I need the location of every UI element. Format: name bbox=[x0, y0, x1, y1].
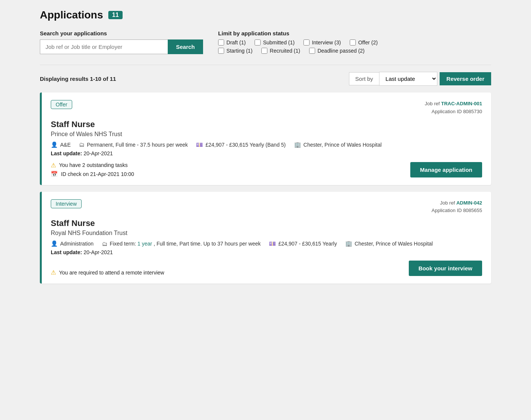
card-notices-0: ⚠You have 2 outstanding tasks📅ID check o… bbox=[51, 162, 134, 177]
search-section-label: Search your applications bbox=[40, 30, 203, 36]
meta-contract-1: 🗂Fixed term: 1 year , Full time, Part ti… bbox=[102, 241, 261, 247]
card-top-0: OfferJob ref TRAC-ADMIN-001Application I… bbox=[51, 100, 482, 116]
job-ref-1: Job ref ADMIN-042Application ID 8085655 bbox=[432, 199, 482, 215]
warning-icon: ⚠ bbox=[51, 162, 56, 169]
card-bottom-1: ⚠You are required to attend a remote int… bbox=[51, 261, 482, 276]
contract-text-1: Fixed term: 1 year , Full time, Part tim… bbox=[110, 241, 261, 247]
filter-item-label-deadline_passed: Deadline passed (2) bbox=[317, 48, 364, 54]
filter-item-label-offer: Offer (2) bbox=[358, 39, 378, 45]
salary-text-1: £24,907 - £30,615 Yearly bbox=[278, 241, 337, 247]
card-top-1: InterviewJob ref ADMIN-042Application ID… bbox=[51, 199, 482, 215]
job-title-0: Staff Nurse bbox=[51, 120, 482, 129]
filter-item-label-draft: Draft (1) bbox=[226, 39, 246, 45]
job-title-1: Staff Nurse bbox=[51, 218, 482, 228]
sort-select[interactable]: Last updateJob titleEmployerDate applied bbox=[379, 72, 437, 86]
salary-text-0: £24,907 - £30,615 Yearly (Band 5) bbox=[205, 142, 285, 148]
job-ref-link-0[interactable]: TRAC-ADMIN-001 bbox=[441, 101, 482, 106]
last-update-value-0: 20-Apr-2021 bbox=[83, 150, 113, 156]
filter-item-draft[interactable]: Draft (1) bbox=[218, 39, 246, 45]
notice-item-1-0: ⚠You are required to attend a remote int… bbox=[51, 269, 164, 276]
notice-item-0-1: 📅ID check on 21-Apr-2021 10:00 bbox=[51, 171, 134, 177]
meta-salary-0: 💷£24,907 - £30,615 Yearly (Band 5) bbox=[196, 141, 285, 148]
filter-row-1: Draft (1)Submitted (1)Interview (3)Offer… bbox=[218, 39, 491, 45]
filter-section: Limit by application status Draft (1)Sub… bbox=[218, 30, 491, 54]
contract-text-0: Permanent, Full time - 37.5 hours per we… bbox=[87, 142, 188, 148]
filter-item-deadline_passed[interactable]: Deadline passed (2) bbox=[309, 48, 364, 54]
filter-rows: Draft (1)Submitted (1)Interview (3)Offer… bbox=[218, 39, 491, 54]
application-card-1: InterviewJob ref ADMIN-042Application ID… bbox=[40, 192, 491, 284]
dept-text-1: Administration bbox=[60, 241, 94, 247]
filter-item-label-starting: Starting (1) bbox=[226, 48, 252, 54]
applications-list: OfferJob ref TRAC-ADMIN-001Application I… bbox=[40, 92, 491, 284]
status-badge-0: Offer bbox=[51, 100, 72, 109]
briefcase-icon: 🗂 bbox=[79, 141, 85, 148]
last-update-0: Last update: 20-Apr-2021 bbox=[51, 150, 482, 156]
employer-0: Prince of Wales NHS Trust bbox=[51, 131, 482, 138]
filter-item-offer[interactable]: Offer (2) bbox=[350, 39, 378, 45]
filter-item-starting[interactable]: Starting (1) bbox=[218, 48, 252, 54]
money-icon: 💷 bbox=[269, 240, 276, 247]
search-filter-section: Search your applications Search Limit by… bbox=[40, 30, 491, 54]
filter-item-interview[interactable]: Interview (3) bbox=[303, 39, 341, 45]
last-update-1: Last update: 20-Apr-2021 bbox=[51, 249, 482, 255]
notice-text-1-0: You are required to attend a remote inte… bbox=[59, 270, 164, 276]
filter-item-recruited[interactable]: Recruited (1) bbox=[261, 48, 300, 54]
location-text-1: Chester, Prince of Wales Hospital bbox=[355, 241, 433, 247]
filter-checkbox-draft[interactable] bbox=[218, 39, 224, 45]
search-left: Search your applications Search bbox=[40, 30, 203, 54]
job-meta-1: 👤Administration🗂Fixed term: 1 year , Ful… bbox=[51, 240, 482, 247]
last-update-label-1: Last update: bbox=[51, 249, 82, 255]
results-bar: Displaying results 1-10 of 11 Sort by La… bbox=[40, 72, 491, 86]
status-badge-1: Interview bbox=[51, 199, 82, 208]
notice-text-0-1: ID check on 21-Apr-2021 10:00 bbox=[61, 171, 134, 177]
person-icon: 👤 bbox=[51, 240, 58, 247]
action-button-0[interactable]: Manage application bbox=[410, 162, 482, 177]
filter-checkbox-recruited[interactable] bbox=[261, 48, 267, 54]
results-count: Displaying results 1-10 of 11 bbox=[40, 76, 116, 82]
briefcase-icon: 🗂 bbox=[102, 241, 108, 247]
filter-item-submitted[interactable]: Submitted (1) bbox=[255, 39, 294, 45]
filter-checkbox-interview[interactable] bbox=[303, 39, 309, 45]
money-icon: 💷 bbox=[196, 141, 203, 148]
job-meta-0: 👤A&E🗂Permanent, Full time - 37.5 hours p… bbox=[51, 141, 482, 148]
meta-salary-1: 💷£24,907 - £30,615 Yearly bbox=[269, 240, 337, 247]
action-button-1[interactable]: Book your interview bbox=[409, 261, 482, 276]
application-count-badge: 11 bbox=[108, 11, 123, 19]
filter-row-2: Starting (1)Recruited (1)Deadline passed… bbox=[218, 48, 491, 54]
notice-text-0-0: You have 2 outstanding tasks bbox=[59, 162, 127, 168]
meta-dept-0: 👤A&E bbox=[51, 141, 71, 148]
card-notices-1: ⚠You are required to attend a remote int… bbox=[51, 269, 164, 276]
building-icon: 🏢 bbox=[345, 240, 352, 247]
location-text-0: Chester, Prince of Wales Hospital bbox=[303, 142, 382, 148]
dept-text-0: A&E bbox=[60, 142, 71, 148]
reverse-order-button[interactable]: Reverse order bbox=[440, 72, 491, 85]
page-title: Applications bbox=[40, 9, 103, 21]
meta-location-0: 🏢Chester, Prince of Wales Hospital bbox=[294, 141, 382, 148]
search-input[interactable] bbox=[40, 39, 168, 54]
meta-location-1: 🏢Chester, Prince of Wales Hospital bbox=[345, 240, 433, 247]
job-ref-0: Job ref TRAC-ADMIN-001Application ID 808… bbox=[425, 100, 482, 116]
sort-label: Sort by bbox=[349, 72, 379, 85]
sort-controls: Sort by Last updateJob titleEmployerDate… bbox=[349, 72, 491, 86]
notice-item-0-0: ⚠You have 2 outstanding tasks bbox=[51, 162, 134, 169]
last-update-label-0: Last update: bbox=[51, 150, 82, 156]
building-icon: 🏢 bbox=[294, 141, 301, 148]
person-icon: 👤 bbox=[51, 141, 58, 148]
job-ref-link-1[interactable]: ADMIN-042 bbox=[456, 200, 482, 206]
page-header: Applications 11 bbox=[40, 9, 491, 21]
contract-link-1[interactable]: 1 year bbox=[138, 241, 152, 247]
card-bottom-0: ⚠You have 2 outstanding tasks📅ID check o… bbox=[51, 162, 482, 177]
filter-label: Limit by application status bbox=[218, 30, 491, 36]
filter-checkbox-offer[interactable] bbox=[350, 39, 356, 45]
search-row: Search bbox=[40, 39, 203, 54]
filter-checkbox-starting[interactable] bbox=[218, 48, 224, 54]
employer-1: Royal NHS Foundation Trust bbox=[51, 230, 482, 237]
last-update-value-1: 20-Apr-2021 bbox=[83, 249, 113, 255]
calendar-icon: 📅 bbox=[51, 171, 58, 177]
search-button[interactable]: Search bbox=[168, 39, 203, 54]
filter-item-label-submitted: Submitted (1) bbox=[263, 39, 294, 45]
filter-checkbox-deadline_passed[interactable] bbox=[309, 48, 315, 54]
meta-contract-0: 🗂Permanent, Full time - 37.5 hours per w… bbox=[79, 141, 188, 148]
filter-checkbox-submitted[interactable] bbox=[255, 39, 261, 45]
filter-item-label-recruited: Recruited (1) bbox=[270, 48, 300, 54]
